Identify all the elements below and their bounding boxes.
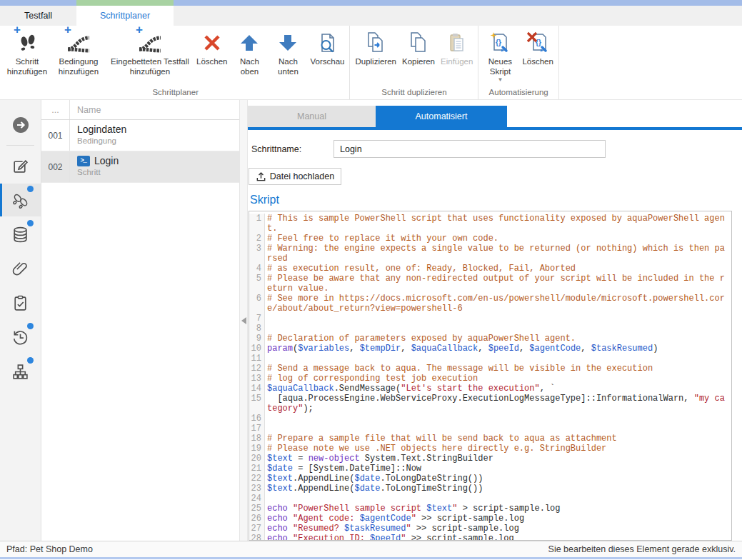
move-down-button[interactable]: Nach unten [269,28,307,76]
status-bar: Pfad: Pet Shop Demo Sie bearbeiten diese… [0,541,742,557]
step-name-label: Schrittname: [251,144,334,154]
powershell-icon: >_ [77,156,90,166]
sidebar-item-steps[interactable] [0,184,41,216]
add-step-button[interactable]: + Schritt hinzufügen [4,28,51,76]
code-text [265,414,729,424]
line-number: 5 [249,274,265,294]
svg-text:{}: {} [536,39,541,46]
editor-line: 23$text.AppendLine($date.ToLongTimeStrin… [249,484,731,494]
ribbon-button-label: Neues Skript [483,57,516,76]
ribbon: + Schritt hinzufügen + Bedingung hinzufü… [0,26,742,100]
line-number: 20 [249,454,265,464]
ribbon-button-label: Bedingung hinzufügen [54,57,104,76]
line-number: 11 [249,354,265,364]
panel-splitter[interactable] [239,100,248,541]
ribbon-button-label: Löschen [522,57,553,67]
list-item[interactable]: 002>_LoginSchritt [41,151,239,183]
navigation-sidebar [0,100,41,541]
line-number: 9 [249,334,265,344]
upload-file-button[interactable]: Datei hochladen [249,168,341,185]
code-text [265,354,729,364]
code-text: # This is sample PowerShell script that … [265,214,729,234]
ribbon-group-label: Schrittplaner [4,86,347,99]
editor-line: 8 [249,324,731,334]
sidebar-item-history[interactable] [0,321,41,354]
line-number: 1 [249,214,265,234]
attachment-icon [11,260,29,278]
list-item[interactable]: 001LogindatenBedingung [41,120,239,151]
script-editor[interactable]: 1# This is sample PowerShell script that… [249,211,732,541]
code-text: param($variables, $tempDir, $aquaCallbac… [265,344,729,354]
collapse-left-icon [241,317,246,324]
collapse-arrow-icon [11,116,30,134]
editor-line: 9# Declaration of parameters exposed by … [249,334,731,344]
delete-script-icon: {} [526,29,549,56]
arrow-up-icon [239,29,259,56]
sidebar-item-edit[interactable] [0,149,41,182]
sidebar-item-attachments[interactable] [0,252,41,285]
line-number: 25 [249,504,265,514]
editor-line: 22$text.AppendLine($date.ToLongDateStrin… [249,474,731,484]
ribbon-button-label: Eingebetteten Testfall hinzufügen [109,57,191,76]
move-up-button[interactable]: Nach oben [230,28,269,76]
hierarchy-icon [11,363,29,381]
delete-step-button[interactable]: Löschen [194,28,230,67]
column-header-name[interactable]: Name [70,100,101,119]
document-tab-bar: Testfall Schrittplaner [0,6,742,26]
editor-line: 18# Prepare a sample file that will be s… [249,434,731,444]
code-text [265,424,729,434]
add-condition-button[interactable]: + Bedingung hinzufügen [51,28,106,76]
upload-file-button-label: Datei hochladen [270,171,334,181]
line-number: 23 [249,484,265,494]
editor-line: 26echo "Agent code: $agentCode" >> scrip… [249,514,731,524]
line-number: 18 [249,434,265,444]
code-text: # Warning: the engine expects a single v… [265,244,729,264]
delete-script-button[interactable]: {} Löschen [519,28,556,67]
sidebar-item-collapse[interactable] [0,109,41,141]
sidebar-item-data[interactable] [0,218,41,251]
ribbon-button-label: Schritt hinzufügen [6,57,48,76]
footsteps-add-icon: + [16,29,39,56]
duplicate-button[interactable]: Duplizieren [352,28,399,67]
paste-button[interactable]: Einfügen [438,28,476,67]
sidebar-item-hierarchy[interactable] [0,355,41,388]
duplicate-icon [364,29,387,56]
add-embedded-testcase-button[interactable]: + Eingebetteten Testfall hinzufügen [106,28,194,76]
editor-line: 12# Send a message back to aqua. The mes… [249,364,731,374]
window-bottom-strip [0,557,742,559]
code-text: echo "Resumed? $taskResumed" >> script-s… [265,524,729,534]
edit-icon [11,157,29,175]
notification-badge [27,220,34,226]
code-text: # Please note we use .NET objects here d… [265,444,729,454]
ribbon-button-label: Löschen [196,57,227,67]
script-heading: Skript [250,194,742,206]
sidebar-item-tasks[interactable] [0,286,41,319]
ribbon-group-label: Automatisierung [481,86,556,99]
line-number: 4 [249,264,265,274]
code-text: echo "Execution ID: $peeId" >> script-sa… [265,534,729,541]
tab-manual[interactable]: Manual [248,106,376,127]
preview-button[interactable]: Vorschau [307,28,347,67]
line-number: 21 [249,464,265,474]
code-text: # See more in https://docs.microsoft.com… [265,294,729,314]
step-name-input[interactable] [334,140,606,158]
window-top-strip [0,0,742,6]
line-number: 8 [249,324,265,334]
code-text: [aqua.ProcessEngine.WebServiceProxy.Exec… [265,394,729,414]
new-script-button[interactable]: {} Neues Skript ▼ [481,28,519,83]
code-text: echo "Agent code: $agentCode" >> script-… [265,514,729,524]
tab-automatisiert[interactable]: Automatisiert [376,106,507,127]
tab-schrittplaner[interactable]: Schrittplaner [76,6,174,26]
delete-x-icon [202,29,222,56]
copy-button[interactable]: Kopieren [399,28,438,67]
editor-line: 5# Please be aware that any non-redirect… [249,274,731,294]
ribbon-button-label: Nach unten [271,57,304,76]
arrow-down-icon [278,29,298,56]
column-header-number[interactable]: ... [41,100,70,119]
editor-line: 4# as execution result, one of: Ready, B… [249,264,731,274]
history-icon [11,329,29,346]
tasks-icon [11,294,29,312]
line-number: 12 [249,364,265,374]
ribbon-button-label: Vorschau [310,57,344,67]
svg-text:{}: {} [496,39,501,46]
